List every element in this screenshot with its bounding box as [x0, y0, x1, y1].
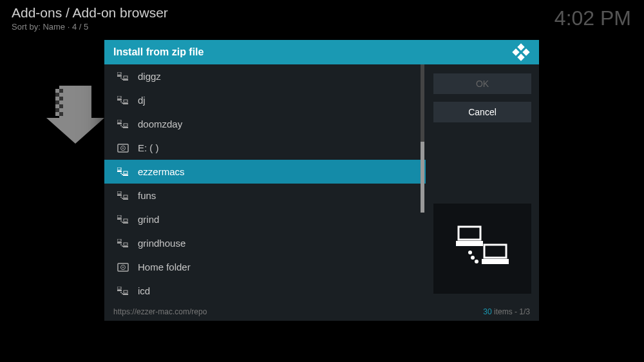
- svg-rect-40: [117, 195, 122, 196]
- dialog-title: Install from zip file: [113, 46, 204, 58]
- file-item[interactable]: dj: [104, 88, 426, 112]
- svg-rect-34: [117, 171, 122, 172]
- svg-rect-11: [517, 53, 524, 61]
- dialog-header: Install from zip file: [104, 40, 539, 64]
- svg-point-71: [471, 256, 475, 260]
- svg-rect-4: [59, 100, 63, 104]
- svg-rect-24: [117, 120, 121, 122]
- svg-rect-15: [123, 79, 128, 81]
- scrollbar-track: [421, 64, 424, 142]
- svg-rect-67: [456, 241, 483, 246]
- network-icon: [117, 72, 129, 81]
- file-item-label: dj: [138, 95, 146, 106]
- svg-point-56: [122, 245, 123, 247]
- svg-rect-39: [117, 191, 121, 194]
- svg-point-43: [120, 196, 122, 198]
- svg-rect-63: [123, 294, 128, 295]
- drive-icon: [117, 263, 129, 272]
- network-icon: [117, 287, 129, 296]
- file-item-label: diggz: [138, 71, 161, 82]
- svg-rect-26: [124, 124, 128, 126]
- file-item-label: funs: [138, 190, 156, 201]
- file-item[interactable]: diggz: [104, 64, 426, 88]
- svg-rect-1: [55, 89, 59, 93]
- file-item[interactable]: Home folder: [104, 255, 426, 279]
- ok-button[interactable]: OK: [433, 73, 531, 94]
- svg-rect-53: [124, 243, 128, 245]
- network-icon: [117, 167, 129, 176]
- svg-rect-18: [117, 96, 121, 99]
- cancel-button[interactable]: Cancel: [433, 102, 531, 122]
- svg-point-28: [120, 125, 122, 126]
- svg-rect-42: [123, 198, 128, 200]
- svg-rect-45: [117, 215, 121, 218]
- network-source-icon: [453, 223, 511, 274]
- svg-point-22: [120, 101, 122, 102]
- svg-rect-27: [123, 127, 128, 128]
- svg-rect-62: [124, 291, 128, 293]
- svg-rect-14: [124, 76, 128, 79]
- svg-rect-61: [117, 290, 122, 291]
- scrollbar-thumb[interactable]: [421, 142, 424, 213]
- svg-point-16: [120, 77, 122, 79]
- svg-rect-33: [117, 167, 121, 170]
- svg-point-65: [122, 293, 123, 294]
- svg-point-17: [122, 79, 123, 80]
- file-list[interactable]: diggzdjdoomzdayE: ( )ezzermacsfunsgrindg…: [104, 64, 426, 303]
- svg-rect-13: [117, 75, 122, 77]
- file-item[interactable]: grind: [104, 207, 426, 231]
- file-item[interactable]: funs: [104, 184, 426, 207]
- svg-rect-10: [522, 48, 529, 55]
- svg-point-70: [468, 251, 472, 254]
- svg-point-44: [122, 198, 123, 199]
- svg-point-32: [122, 148, 124, 149]
- svg-rect-6: [59, 108, 63, 112]
- breadcrumb: Add-ons / Add-on browser: [12, 5, 168, 21]
- svg-point-50: [122, 222, 123, 223]
- file-item[interactable]: ezzermacs: [104, 160, 426, 184]
- svg-point-38: [122, 174, 123, 175]
- svg-rect-51: [117, 239, 121, 242]
- svg-rect-52: [117, 242, 122, 243]
- side-panel: OK Cancel: [426, 64, 539, 303]
- svg-rect-68: [484, 245, 506, 258]
- svg-point-23: [122, 102, 123, 104]
- svg-rect-47: [124, 219, 128, 222]
- svg-rect-25: [117, 123, 122, 124]
- file-item-label: Home folder: [138, 262, 191, 272]
- svg-rect-9: [512, 48, 519, 55]
- preview-box: [433, 204, 531, 294]
- footer-items: 30 items - 1/3: [483, 307, 530, 316]
- svg-rect-66: [459, 227, 480, 240]
- file-item-label: grind: [138, 214, 159, 225]
- zip-download-icon: [46, 82, 104, 147]
- file-item[interactable]: doomzday: [104, 112, 426, 136]
- svg-rect-46: [117, 218, 122, 220]
- file-item-label: icd: [138, 285, 150, 296]
- file-item-label: doomzday: [138, 119, 182, 129]
- dialog-footer: https://ezzer-mac.com/repo 30 items - 1/…: [104, 303, 539, 321]
- network-icon: [117, 120, 129, 129]
- file-item[interactable]: E: ( ): [104, 136, 426, 160]
- svg-rect-60: [117, 287, 121, 289]
- svg-rect-8: [517, 43, 524, 50]
- svg-rect-69: [482, 259, 509, 264]
- svg-point-49: [120, 220, 122, 222]
- file-item[interactable]: grindhouse: [104, 231, 426, 255]
- svg-point-72: [475, 260, 478, 263]
- svg-point-64: [120, 292, 122, 293]
- svg-rect-5: [55, 104, 59, 108]
- footer-url: https://ezzer-mac.com/repo: [113, 307, 207, 316]
- svg-rect-36: [123, 175, 128, 176]
- drive-icon: [117, 144, 129, 153]
- svg-rect-54: [123, 246, 128, 247]
- svg-point-37: [120, 173, 122, 174]
- svg-rect-48: [123, 222, 128, 224]
- file-item[interactable]: icd: [104, 279, 426, 303]
- svg-rect-12: [117, 72, 121, 75]
- svg-rect-21: [123, 103, 128, 104]
- network-icon: [117, 239, 129, 248]
- file-item-label: grindhouse: [138, 238, 185, 249]
- svg-rect-7: [55, 112, 59, 116]
- svg-point-29: [122, 126, 123, 128]
